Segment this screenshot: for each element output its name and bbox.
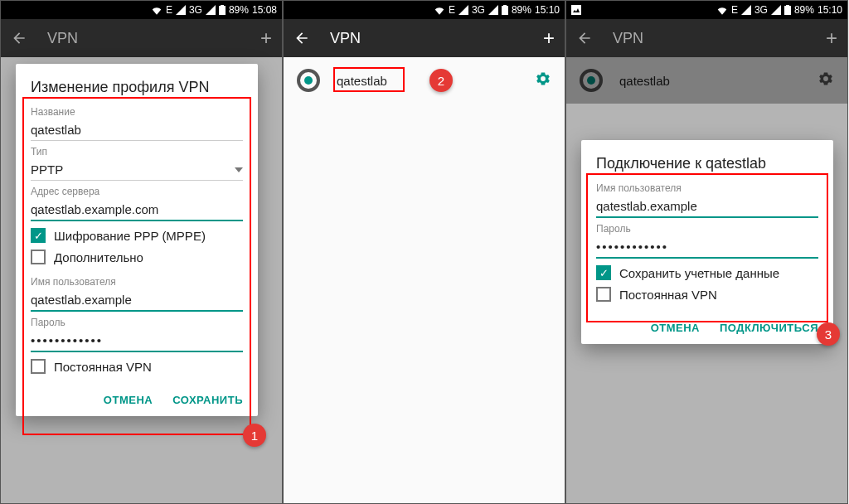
phone-2-vpn-list: E 3G 89% 15:10 VPN + qatestlab 2 [283,0,565,504]
checkbox-off-icon [31,250,46,264]
always-on-label: Постоянная VPN [619,288,717,302]
statusbar: E 3G 89% 15:10 [566,1,847,19]
save-credentials-label: Сохранить учетные данные [619,266,779,280]
statusbar: E 3G 89% 15:08 [1,1,282,19]
connect-button[interactable]: ПОДКЛЮЧИТЬСЯ [720,322,818,334]
always-on-label: Постоянная VPN [54,360,152,374]
battery-percent: 89% [512,4,531,16]
battery-icon [784,5,791,15]
net-3g-label: 3G [189,4,202,16]
signal-icon [176,5,186,15]
signal-icon [458,5,468,15]
name-label: Название [31,106,243,118]
mppe-label: Шифрование PPP (MPPE) [54,229,206,243]
add-icon[interactable]: + [543,27,555,50]
annotation-circle-1: 1 [243,424,266,447]
dialog-title: Изменение профиля VPN [31,79,243,96]
cancel-button[interactable]: ОТМЕНА [651,322,700,334]
appbar: VPN + [1,19,282,57]
password-input[interactable] [31,328,243,352]
gear-icon [297,69,320,92]
svg-rect-2 [502,6,508,15]
back-icon[interactable] [576,30,593,46]
battery-icon [502,5,508,15]
wifi-icon [716,5,728,15]
signal-icon [741,5,751,15]
svg-rect-6 [786,5,789,7]
dialog-title: Подключение к qatestlab [596,155,818,172]
net-e-label: E [731,4,738,16]
server-input[interactable] [31,197,243,221]
back-icon[interactable] [294,30,310,46]
svg-rect-3 [503,5,507,7]
wifi-icon [151,5,163,15]
password-label: Пароль [596,223,818,235]
appbar-title: VPN [613,30,826,47]
save-credentials-checkbox-row[interactable]: Сохранить учетные данные [596,259,818,287]
battery-icon [219,5,226,15]
appbar: VPN + [284,19,565,57]
annotation-circle-3: 3 [817,322,840,346]
always-on-checkbox-row[interactable]: Постоянная VPN [596,287,818,308]
add-icon[interactable]: + [826,27,837,50]
always-on-checkbox-row[interactable]: Постоянная VPN [31,352,243,380]
net-3g-label: 3G [472,4,485,16]
back-icon[interactable] [11,30,27,46]
statusbar: E 3G 89% 15:10 [284,1,565,19]
checkbox-off-icon [596,287,611,302]
checkbox-off-icon [31,359,46,374]
appbar: VPN + [566,19,847,57]
svg-rect-4 [571,5,581,15]
battery-percent: 89% [229,4,249,16]
password-label: Пароль [31,317,243,328]
save-button[interactable]: СОХРАНИТЬ [172,394,243,406]
type-select[interactable]: PPTP [31,158,243,181]
username-label: Имя пользователя [31,276,243,288]
advanced-label: Дополнительно [54,250,143,264]
phone-3-connect-dialog: E 3G 89% 15:10 VPN + qatestlab Подключен… [565,0,848,504]
password-input[interactable] [596,235,818,259]
edit-vpn-dialog: Изменение профиля VPN Название Тип PPTP … [16,64,258,416]
username-label: Имя пользователя [596,182,818,194]
appbar-title: VPN [47,30,260,47]
status-time: 15:10 [535,4,560,16]
svg-rect-5 [784,6,791,15]
status-time: 15:08 [252,4,277,16]
net-e-label: E [449,4,455,16]
net-e-label: E [166,4,172,16]
signal-icon-2 [488,5,498,15]
type-value: PPTP [31,162,63,177]
svg-rect-0 [219,6,226,15]
vpn-list-item[interactable]: qatestlab [284,57,565,104]
signal-icon-2 [771,5,781,15]
cancel-button[interactable]: ОТМЕНА [104,394,153,406]
server-label: Адрес сервера [31,186,243,197]
picture-icon [571,5,581,15]
checkbox-on-icon [31,228,46,243]
appbar-title: VPN [330,30,543,47]
svg-rect-1 [221,5,224,7]
checkbox-on-icon [596,265,611,280]
type-label: Тип [31,146,243,158]
status-time: 15:10 [817,4,842,16]
signal-icon-2 [206,5,216,15]
net-3g-label: 3G [754,4,768,16]
annotation-circle-2: 2 [429,69,453,92]
phone-1-edit-profile: E 3G 89% 15:08 VPN + Изменение профиля V… [0,0,283,504]
wifi-icon [434,5,445,15]
name-input[interactable] [31,118,243,141]
mppe-checkbox-row[interactable]: Шифрование PPP (MPPE) [31,221,243,250]
advanced-checkbox-row[interactable]: Дополнительно [31,250,243,271]
username-input[interactable] [31,288,243,312]
chevron-down-icon [235,167,243,172]
connect-vpn-dialog: Подключение к qatestlab Имя пользователя… [581,140,833,344]
settings-gear-icon[interactable] [535,70,551,91]
add-icon[interactable]: + [260,27,272,50]
battery-percent: 89% [794,4,814,16]
username-input[interactable] [596,194,818,218]
